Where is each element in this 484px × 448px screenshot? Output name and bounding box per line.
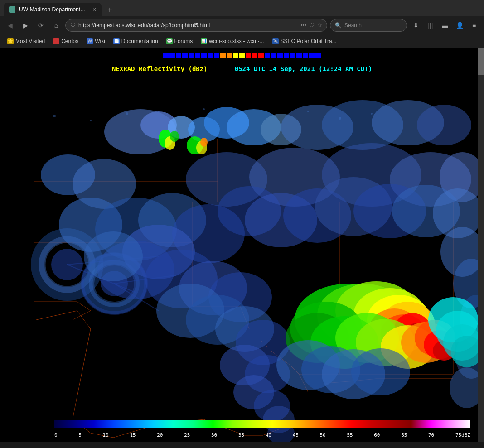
radar-product-label: NEXRAD Reflectivity (dBz) bbox=[112, 65, 208, 72]
bookmark-most-visited[interactable]: ⭐ Most Visited bbox=[4, 37, 48, 46]
reload-button[interactable]: ⟳ bbox=[34, 19, 47, 32]
radar-svg-canvas bbox=[0, 48, 484, 442]
bookmark-wiki[interactable]: W Wiki bbox=[83, 37, 109, 46]
scale-label-55: 55 bbox=[347, 432, 353, 438]
address-bar-icons: ••• 🛡 ☆ bbox=[300, 22, 322, 29]
svg-point-96 bbox=[351, 348, 410, 395]
color-bar-top bbox=[163, 53, 321, 58]
svg-point-42 bbox=[84, 231, 143, 281]
scale-label-15: 15 bbox=[130, 432, 136, 438]
radar-time-label: 0524 UTC 14 Sep, 2021 (12:24 AM CDT) bbox=[235, 65, 372, 72]
bookmark-label-forums: Forums bbox=[174, 38, 193, 44]
bookmark-centos[interactable]: Centos bbox=[49, 37, 82, 46]
scale-label-20: 20 bbox=[157, 432, 163, 438]
scale-label-10: 10 bbox=[103, 432, 109, 438]
search-placeholder: Search bbox=[344, 22, 362, 29]
toolbar-icons: ⬇ ||| ▬ 👤 ≡ bbox=[410, 19, 480, 32]
search-icon: 🔍 bbox=[335, 22, 342, 29]
address-bar[interactable]: 🛡 https://tempest.aos.wisc.edu/radar/sp3… bbox=[65, 19, 327, 32]
svg-point-97 bbox=[53, 115, 56, 117]
more-icon[interactable]: ••• bbox=[300, 22, 306, 29]
scale-label-35: 35 bbox=[238, 432, 244, 438]
bookmark-icon[interactable]: ☆ bbox=[317, 22, 322, 29]
svg-point-102 bbox=[307, 111, 309, 112]
bookmark-forums[interactable]: 💬 Forums bbox=[163, 37, 197, 46]
color-scale-bar bbox=[54, 420, 470, 428]
svg-point-103 bbox=[339, 117, 341, 120]
scale-labels-row: 0 5 10 15 20 25 30 35 40 45 50 55 60 65 … bbox=[54, 432, 470, 438]
url-text: https://tempest.aos.wisc.edu/radar/sp3co… bbox=[78, 22, 298, 29]
bookmark-label-most-visited: Most Visited bbox=[15, 38, 45, 44]
radar-display[interactable]: NEXRAD Reflectivity (dBz) 0524 UTC 14 Se… bbox=[0, 48, 484, 442]
shield-icon: 🛡 bbox=[70, 22, 76, 29]
scale-label-65: 65 bbox=[401, 432, 407, 438]
bookmarks-bar: ⭐ Most Visited Centos W Wiki 📄 Documenta… bbox=[0, 34, 484, 48]
forward-button[interactable]: ▶ bbox=[19, 19, 32, 32]
bookmark-documentation[interactable]: 📄 Documentation bbox=[110, 37, 162, 46]
svg-point-98 bbox=[90, 120, 92, 121]
bookmark-favicon-wcm: 📊 bbox=[201, 38, 207, 44]
reader-view-button[interactable]: ▬ bbox=[439, 19, 451, 32]
home-button[interactable]: ⌂ bbox=[50, 19, 63, 32]
svg-point-11 bbox=[417, 105, 471, 145]
scale-label-25: 25 bbox=[184, 432, 190, 438]
svg-point-17 bbox=[200, 138, 208, 147]
library-button[interactable]: ||| bbox=[424, 19, 437, 32]
scale-label-30: 30 bbox=[211, 432, 217, 438]
tab-close-button[interactable]: × bbox=[92, 6, 96, 13]
radar-title-area: NEXRAD Reflectivity (dBz) 0524 UTC 14 Se… bbox=[112, 65, 372, 72]
bookmark-favicon-docs: 📄 bbox=[113, 38, 120, 44]
bookmark-favicon-star: ⭐ bbox=[7, 38, 14, 44]
bookmark-label-ssec: SSEC Polar Orbit Tra... bbox=[281, 38, 337, 44]
download-button[interactable]: ⬇ bbox=[410, 19, 422, 32]
search-box[interactable]: 🔍 Search bbox=[330, 19, 407, 32]
tab-favicon bbox=[9, 6, 15, 13]
menu-button[interactable]: ≡ bbox=[468, 19, 480, 32]
active-tab[interactable]: UW-Madison Department of Atm... × bbox=[4, 3, 102, 16]
svg-point-99 bbox=[126, 112, 128, 115]
scrollbar-thumb[interactable] bbox=[478, 48, 484, 75]
svg-point-100 bbox=[203, 108, 205, 110]
scale-label-40: 40 bbox=[266, 432, 271, 438]
reader-icon[interactable]: 🛡 bbox=[309, 22, 315, 29]
scale-label-5: 5 bbox=[78, 432, 82, 438]
scrollbar-track[interactable] bbox=[478, 48, 484, 442]
scale-label-75dbz: 75dBZ bbox=[455, 432, 470, 438]
bookmark-wcm[interactable]: 📊 wcm-soo.xlsx - wcm-... bbox=[197, 37, 267, 46]
scale-label-70: 70 bbox=[428, 432, 434, 438]
toolbar: ◀ ▶ ⟳ ⌂ 🛡 https://tempest.aos.wisc.edu/r… bbox=[0, 16, 484, 34]
scale-label-45: 45 bbox=[293, 432, 299, 438]
bookmark-label-documentation: Documentation bbox=[121, 38, 158, 44]
bookmark-ssec[interactable]: 🛰 SSEC Polar Orbit Tra... bbox=[269, 37, 340, 46]
svg-point-101 bbox=[234, 115, 237, 117]
tab-title: UW-Madison Department of Atm... bbox=[19, 6, 87, 13]
svg-point-14 bbox=[170, 131, 179, 142]
account-button[interactable]: 👤 bbox=[453, 19, 466, 32]
bookmark-favicon-centos bbox=[53, 38, 59, 44]
bookmark-favicon-forums: 💬 bbox=[166, 38, 173, 44]
scale-label-60: 60 bbox=[374, 432, 380, 438]
bookmark-label-centos: Centos bbox=[61, 38, 78, 44]
bookmark-favicon-wiki: W bbox=[87, 38, 93, 44]
bookmark-favicon-ssec: 🛰 bbox=[272, 38, 279, 44]
scale-label-50: 50 bbox=[320, 432, 326, 438]
new-tab-button[interactable]: + bbox=[103, 4, 116, 16]
tab-strip: UW-Madison Department of Atm... × + bbox=[4, 0, 116, 16]
scale-label-0: 0 bbox=[54, 432, 58, 438]
back-button[interactable]: ◀ bbox=[4, 19, 16, 32]
bookmark-label-wcm: wcm-soo.xlsx - wcm-... bbox=[209, 38, 264, 44]
svg-point-104 bbox=[371, 113, 373, 115]
title-bar: UW-Madison Department of Atm... × + bbox=[0, 0, 484, 16]
bookmark-label-wiki: Wiki bbox=[95, 38, 105, 44]
